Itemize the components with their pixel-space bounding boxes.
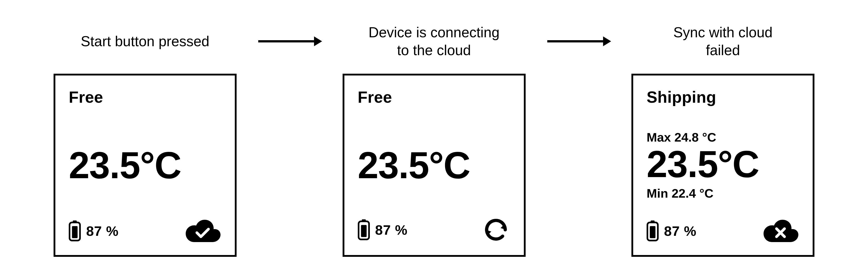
- battery-icon: [69, 220, 81, 241]
- temperature-main: 23.5°C: [358, 147, 510, 184]
- svg-rect-10: [650, 226, 655, 238]
- card-bottom-row: 87 %: [358, 215, 510, 244]
- card-bottom-row: 87 %: [69, 217, 221, 244]
- battery-icon: [647, 220, 659, 241]
- step-2-caption: Device is connecting to the cloud: [369, 20, 499, 63]
- temperature-max: Max 24.8 °C: [647, 130, 799, 145]
- svg-rect-6: [361, 225, 367, 237]
- temperature-main: 23.5°C: [647, 145, 799, 183]
- svg-rect-2: [72, 226, 78, 238]
- arrow-1: [249, 20, 330, 63]
- diagram-stage: Start button pressed Free 23.5°C 87 %: [0, 0, 868, 274]
- step-3-caption: Sync with cloud failed: [673, 20, 773, 63]
- step-1: Start button pressed Free 23.5°C 87 %: [44, 20, 246, 257]
- sync-icon: [482, 215, 510, 244]
- step-1-caption: Start button pressed: [81, 20, 209, 63]
- temperature-main: 23.5°C: [69, 147, 221, 184]
- temperature-min: Min 22.4 °C: [647, 186, 799, 201]
- arrow-2: [538, 20, 619, 63]
- battery-indicator: 87 %: [358, 219, 408, 240]
- battery-icon: [358, 219, 370, 240]
- cloud-x-icon: [761, 217, 799, 244]
- device-card-3: Shipping Max 24.8 °C 23.5°C Min 22.4 °C …: [631, 74, 814, 257]
- battery-indicator: 87 %: [69, 220, 119, 241]
- cloud-check-icon: [183, 217, 221, 244]
- device-card-2: Free 23.5°C 87 %: [343, 74, 526, 257]
- battery-percent: 87 %: [86, 223, 119, 239]
- battery-percent: 87 %: [664, 223, 696, 239]
- step-3: Sync with cloud failed Shipping Max 24.8…: [622, 20, 824, 257]
- battery-indicator: 87 %: [647, 220, 696, 241]
- arrow-right-icon: [256, 35, 323, 48]
- device-card-1: Free 23.5°C 87 %: [54, 74, 237, 257]
- card-bottom-row: 87 %: [647, 217, 799, 244]
- battery-percent: 87 %: [375, 222, 408, 238]
- step-2: Device is connecting to the cloud Free 2…: [334, 20, 534, 257]
- arrow-right-icon: [545, 35, 612, 48]
